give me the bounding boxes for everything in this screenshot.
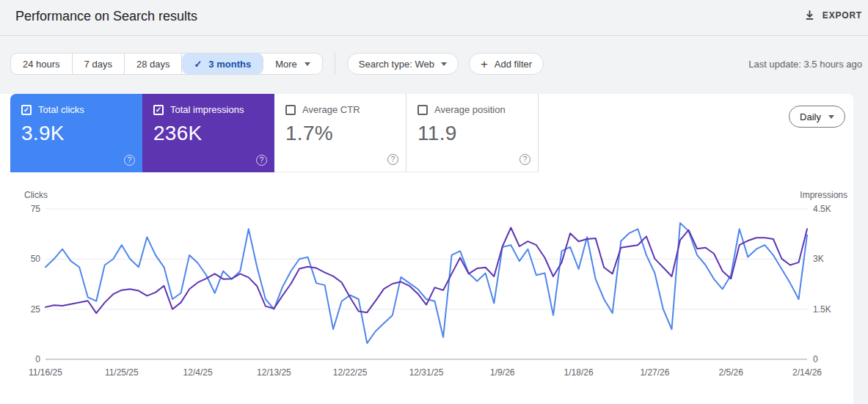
export-button[interactable]: EXPORT: [804, 10, 862, 21]
right-axis-title: Impressions: [800, 190, 847, 200]
date-range-label: 24 hours: [23, 59, 60, 70]
metric-card-average-ctr[interactable]: Average CTR 1.7% ?: [274, 94, 406, 172]
granularity-dropdown[interactable]: Daily: [789, 106, 845, 128]
metric-value: 3.9K: [21, 122, 131, 145]
date-range-group: 24 hours 7 days 28 days ✓ 3 months More: [10, 53, 323, 75]
performance-card: ✓ Total clicks 3.9K ? ✓ Total impression…: [0, 94, 853, 404]
right-axis-tick: 1.5K: [813, 304, 831, 315]
x-axis-tick: 2/14/26: [792, 367, 822, 378]
date-range-label: 28 days: [136, 59, 170, 70]
page-title: Performance on Search results: [15, 9, 197, 24]
help-icon[interactable]: ?: [256, 155, 267, 166]
check-icon: ✓: [194, 59, 202, 70]
caret-down-icon: [828, 115, 834, 119]
header-divider: [0, 35, 868, 36]
impressions-line[interactable]: [45, 228, 807, 314]
metric-label: Total clicks: [38, 104, 84, 115]
checkbox-checked-icon[interactable]: ✓: [153, 105, 164, 115]
metric-head: ✓ Total clicks: [21, 104, 131, 115]
search-type-label: Search type: Web: [359, 59, 434, 70]
x-axis-tick: 1/18/26: [564, 367, 594, 378]
metric-card-total-impressions[interactable]: ✓ Total impressions 236K ?: [142, 94, 274, 172]
add-filter-chip[interactable]: + Add filter: [469, 53, 544, 75]
date-range-7-days[interactable]: 7 days: [73, 54, 125, 74]
metric-head: Average CTR: [285, 104, 395, 115]
x-axis-tick: 12/4/25: [183, 367, 213, 378]
date-range-label: More: [275, 59, 297, 70]
date-range-28-days[interactable]: 28 days: [125, 54, 183, 74]
metric-label: Total impressions: [170, 104, 244, 115]
left-axis-tick: 75: [31, 204, 41, 214]
date-range-24-hours[interactable]: 24 hours: [11, 54, 73, 74]
x-axis-tick: 11/16/25: [29, 367, 62, 378]
date-range-label: 7 days: [84, 59, 112, 70]
metric-card-average-position[interactable]: Average position 11.9 ?: [406, 94, 539, 172]
metric-label: Average position: [434, 104, 506, 115]
download-icon: [804, 10, 815, 21]
date-range-more[interactable]: More: [263, 54, 322, 74]
x-axis-tick: 11/25/25: [105, 367, 139, 378]
left-axis-tick: 0: [35, 354, 40, 364]
metric-value: 236K: [153, 122, 263, 145]
right-axis-tick: 3K: [813, 254, 824, 264]
caret-down-icon: [441, 62, 447, 66]
help-icon[interactable]: ?: [124, 155, 135, 166]
metric-card-total-clicks[interactable]: ✓ Total clicks 3.9K ?: [10, 94, 142, 172]
x-axis-tick: 12/31/25: [409, 367, 444, 378]
left-axis-title: Clicks: [24, 190, 48, 200]
plus-icon: +: [481, 58, 488, 70]
page-header: Performance on Search results EXPORT: [0, 0, 868, 35]
search-type-chip[interactable]: Search type: Web: [347, 53, 459, 75]
metric-head: ✓ Total impressions: [153, 104, 263, 115]
right-axis-tick: 4.5K: [813, 204, 831, 214]
export-label: EXPORT: [823, 10, 862, 21]
x-axis-tick: 12/13/25: [257, 367, 291, 378]
x-axis-tick: 1/9/26: [490, 367, 515, 378]
help-icon[interactable]: ?: [519, 154, 530, 165]
x-axis-tick: 12/22/25: [333, 367, 368, 378]
caret-down-icon: [304, 62, 310, 66]
right-axis-tick: 0: [813, 354, 818, 364]
date-range-label: 3 months: [208, 59, 251, 70]
checkbox-unchecked-icon[interactable]: [417, 105, 428, 115]
last-update-text: Last update: 3.5 hours ago: [748, 59, 862, 70]
metric-head: Average position: [417, 104, 527, 115]
x-axis-tick: 2/5/26: [719, 367, 744, 378]
metric-value: 1.7%: [285, 122, 395, 145]
metric-cards-row: ✓ Total clicks 3.9K ? ✓ Total impression…: [10, 94, 539, 172]
metric-value: 11.9: [417, 122, 527, 145]
left-axis-tick: 50: [31, 254, 41, 264]
date-range-3-months[interactable]: ✓ 3 months: [182, 54, 263, 74]
granularity-label: Daily: [800, 111, 821, 122]
x-axis-tick: 1/27/26: [640, 367, 669, 378]
checkbox-checked-icon[interactable]: ✓: [21, 105, 32, 115]
help-icon[interactable]: ?: [387, 154, 398, 165]
filter-separator: [335, 53, 335, 75]
left-axis-tick: 25: [31, 304, 41, 315]
checkbox-unchecked-icon[interactable]: [285, 105, 296, 115]
filter-bar: 24 hours 7 days 28 days ✓ 3 months More …: [10, 53, 862, 75]
add-filter-label: Add filter: [495, 59, 532, 70]
metric-label: Average CTR: [302, 104, 360, 115]
performance-chart[interactable]: 00251.5K503K754.5KClicksImpressions11/16…: [0, 188, 853, 389]
